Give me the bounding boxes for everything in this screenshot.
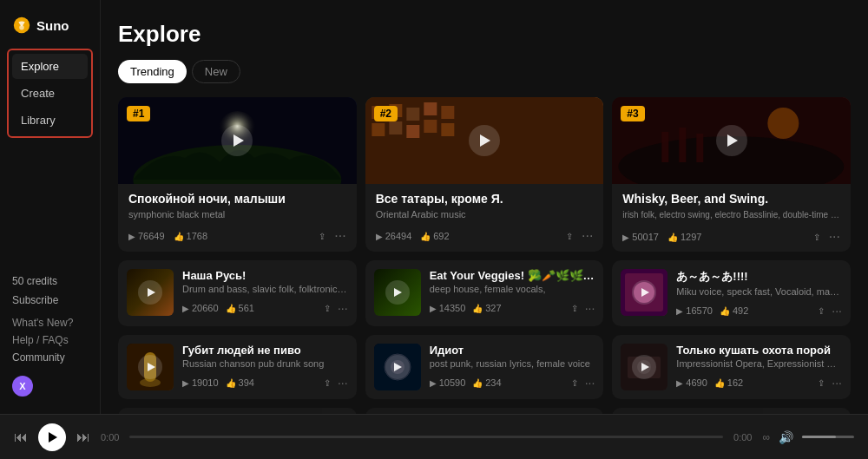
share-icon-7[interactable]: ⇪ <box>324 378 331 388</box>
bottom-song-3[interactable]: いやいいいや <box>612 408 851 414</box>
user-avatar[interactable]: X <box>12 376 33 397</box>
medium-song-3[interactable]: あ～あ～あ!!!! Miku voice, speck fast, Vocalo… <box>612 260 851 326</box>
share-icon-1[interactable]: ⇪ <box>319 232 326 241</box>
play-icon-stat-5: ▶ <box>430 304 437 313</box>
card-info-1: Спокойной ночи, малыши symphonic black m… <box>118 184 357 228</box>
sidebar-item-create[interactable]: Create <box>12 81 88 106</box>
play-button-4[interactable] <box>138 280 162 305</box>
tab-trending[interactable]: Trending <box>118 60 187 83</box>
card-stats-2: ▶ 26494 👍 692 ⇪ ··· <box>365 228 604 251</box>
more-button-8[interactable]: ··· <box>585 376 595 390</box>
share-icon-8[interactable]: ⇪ <box>571 378 578 388</box>
help-faqs-link[interactable]: Help / FAQs <box>12 334 88 346</box>
play-count-value-3: 50017 <box>632 232 659 242</box>
play-count-value-4: 20660 <box>192 303 219 313</box>
progress-bar[interactable] <box>129 436 723 438</box>
share-icon-3[interactable]: ⇪ <box>813 233 820 242</box>
song-genre-4: Drum and bass, slavic folk, folktronica,… <box>182 284 348 294</box>
play-button-9[interactable] <box>632 355 656 379</box>
medium-song-2[interactable]: Eat Your Veggies! 🥦🥕🌿🌿🥦🥕 deep house, fem… <box>365 260 604 326</box>
like-count-4: 👍 561 <box>226 303 254 313</box>
more-button-7[interactable]: ··· <box>338 376 348 390</box>
share-icon-9[interactable]: ⇪ <box>818 378 825 388</box>
player-bar: ⏮ ⏭ 0:00 0:00 ∞ 🔊 <box>0 414 868 459</box>
share-icon-6[interactable]: ⇪ <box>818 306 825 316</box>
sidebar-item-library[interactable]: Library <box>12 108 88 133</box>
song-title-9: Только кушать охота порой <box>676 344 842 357</box>
card-text-9: Только кушать охота порой Impressionist … <box>676 344 842 390</box>
play-count-4: ▶ 20660 <box>182 303 219 313</box>
card-stats-4: ▶ 20660 👍 561 ⇪ ··· <box>182 301 348 315</box>
more-button-5[interactable]: ··· <box>585 301 595 315</box>
featured-song-1[interactable]: #1 Спокойной ночи, малыши symphonic blac… <box>118 97 357 252</box>
app-name: Suno <box>36 18 69 33</box>
next-button[interactable]: ⏭ <box>76 429 90 445</box>
volume-icon[interactable]: 🔊 <box>779 430 793 444</box>
more-button-9[interactable]: ··· <box>832 376 842 390</box>
featured-songs-grid: #1 Спокойной ночи, малыши symphonic blac… <box>118 97 851 414</box>
like-icon-4: 👍 <box>226 304 236 313</box>
medium-song-1[interactable]: Наша Русь! Drum and bass, slavic folk, f… <box>118 260 357 326</box>
subscribe-link[interactable]: Subscribe <box>12 294 88 306</box>
play-button-5[interactable] <box>385 280 410 305</box>
tabs: Trending New <box>118 60 851 83</box>
whats-new-link[interactable]: What's New? <box>12 317 88 329</box>
more-button-4[interactable]: ··· <box>338 301 348 315</box>
loop-button[interactable]: ∞ <box>762 431 770 443</box>
play-button-2[interactable] <box>469 125 500 156</box>
like-count-value-4: 561 <box>239 303 254 313</box>
svg-rect-11 <box>372 123 385 136</box>
volume-slider[interactable] <box>802 436 854 438</box>
play-count-value-7: 19010 <box>192 377 219 388</box>
more-button-3[interactable]: ··· <box>829 229 840 245</box>
more-button-6[interactable]: ··· <box>832 304 842 318</box>
play-button-6[interactable] <box>632 280 656 305</box>
play-icon-stat-7: ▶ <box>182 378 189 388</box>
play-count-6: ▶ 16570 <box>676 305 713 316</box>
play-icon-3 <box>727 134 738 147</box>
page-title: Explore <box>118 21 851 48</box>
bottom-song-1[interactable]: Echoes of the Lake <box>118 408 357 414</box>
prev-button[interactable]: ⏮ <box>14 429 28 445</box>
more-button-1[interactable]: ··· <box>334 228 345 244</box>
medium-song-6[interactable]: Только кушать охота порой Impressionist … <box>612 335 851 399</box>
share-icon-2[interactable]: ⇪ <box>566 232 573 241</box>
play-count-3: ▶ 50017 <box>622 232 659 242</box>
play-button-7[interactable] <box>138 355 162 379</box>
thumb-6 <box>621 269 667 316</box>
play-count-value-9: 4690 <box>686 377 707 388</box>
play-icon-9 <box>641 363 649 371</box>
featured-song-2[interactable]: #2 Все татары, кроме Я. Oriental Arabic … <box>365 97 604 252</box>
like-count-value-7: 394 <box>239 377 254 388</box>
sidebar-item-explore[interactable]: Explore <box>12 54 88 79</box>
play-count-1: ▶ 76649 <box>128 231 165 241</box>
play-button-3[interactable] <box>716 125 747 156</box>
card-text-4: Наша Русь! Drum and bass, slavic folk, f… <box>182 269 348 315</box>
more-button-2[interactable]: ··· <box>582 228 593 244</box>
play-count-value-6: 16570 <box>686 305 713 316</box>
play-icon-6 <box>641 288 649 297</box>
sidebar: Suno Explore Create Library 50 credits S… <box>0 0 101 414</box>
share-icon-5[interactable]: ⇪ <box>571 304 578 313</box>
play-pause-button[interactable] <box>38 423 66 451</box>
song-genre-9: Impressionist Opera, Expressionist Opera… <box>676 358 842 369</box>
play-icon-4 <box>148 288 155 297</box>
rank-badge-1: #1 <box>127 106 150 121</box>
share-icon-4[interactable]: ⇪ <box>324 304 331 313</box>
thumb-7 <box>127 344 174 390</box>
svg-rect-19 <box>662 132 669 162</box>
play-button-1[interactable] <box>221 125 253 156</box>
medium-song-4[interactable]: Губит людей не пиво Russian chanson pub … <box>118 335 357 399</box>
sidebar-links: What's New? Help / FAQs Community <box>12 317 88 364</box>
play-button-8[interactable] <box>385 355 410 379</box>
song-genre-3: irish folk, electro swing, electro Bassl… <box>622 209 840 220</box>
card-stats-8: ▶ 10590 👍 234 ⇪ ··· <box>430 376 595 390</box>
medium-song-5[interactable]: Идиот post punk, russian lyrics, female … <box>365 335 604 399</box>
bottom-song-2[interactable]: 让我们落记双奖（重金属） <box>365 408 604 414</box>
svg-rect-12 <box>389 121 402 134</box>
community-link[interactable]: Community <box>12 351 88 364</box>
svg-point-27 <box>140 378 161 387</box>
tab-new[interactable]: New <box>192 60 240 83</box>
play-icon-stat-8: ▶ <box>430 378 437 388</box>
featured-song-3[interactable]: #3 Whisky, Beer, and Swing. irish folk, … <box>612 97 851 252</box>
